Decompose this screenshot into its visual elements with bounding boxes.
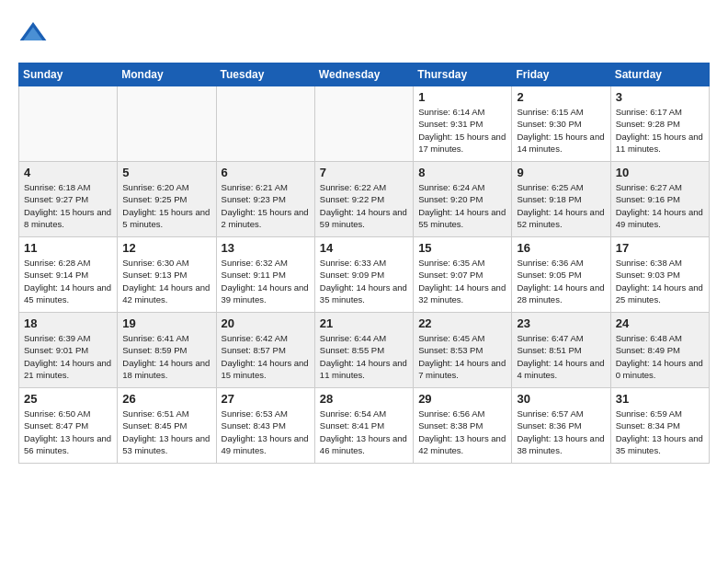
day-info: Sunrise: 6:39 AM Sunset: 9:01 PM Dayligh… (24, 332, 112, 381)
day-number: 4 (24, 166, 112, 179)
day-info: Sunrise: 6:45 AM Sunset: 8:53 PM Dayligh… (418, 332, 506, 381)
calendar-cell: 30Sunrise: 6:57 AM Sunset: 8:36 PM Dayli… (512, 388, 610, 464)
day-number: 14 (320, 241, 408, 255)
day-number: 8 (418, 166, 506, 179)
calendar-cell: 13Sunrise: 6:32 AM Sunset: 9:11 PM Dayli… (216, 237, 314, 313)
day-info: Sunrise: 6:35 AM Sunset: 9:07 PM Dayligh… (418, 257, 506, 305)
calendar-cell: 16Sunrise: 6:36 AM Sunset: 9:05 PM Dayli… (512, 237, 610, 313)
calendar-cell: 15Sunrise: 6:35 AM Sunset: 9:07 PM Dayli… (414, 237, 512, 313)
calendar-cell: 6Sunrise: 6:21 AM Sunset: 9:23 PM Daylig… (216, 162, 314, 237)
day-info: Sunrise: 6:59 AM Sunset: 8:34 PM Dayligh… (616, 408, 704, 456)
calendar-cell: 29Sunrise: 6:56 AM Sunset: 8:38 PM Dayli… (414, 388, 512, 464)
day-info: Sunrise: 6:42 AM Sunset: 8:57 PM Dayligh… (222, 332, 310, 381)
day-info: Sunrise: 6:57 AM Sunset: 8:36 PM Dayligh… (517, 408, 605, 456)
day-number: 20 (222, 316, 310, 330)
day-number: 27 (222, 392, 310, 406)
day-info: Sunrise: 6:18 AM Sunset: 9:27 PM Dayligh… (24, 181, 112, 230)
calendar-week-5: 25Sunrise: 6:50 AM Sunset: 8:47 PM Dayli… (19, 388, 710, 464)
calendar-cell: 25Sunrise: 6:50 AM Sunset: 8:47 PM Dayli… (19, 388, 118, 464)
day-number: 19 (122, 316, 210, 330)
calendar-cell: 11Sunrise: 6:28 AM Sunset: 9:14 PM Dayli… (19, 237, 118, 313)
header-saturday: Saturday (610, 63, 709, 86)
calendar-week-3: 11Sunrise: 6:28 AM Sunset: 9:14 PM Dayli… (19, 237, 710, 313)
calendar-week-1: 1Sunrise: 6:14 AM Sunset: 9:31 PM Daylig… (19, 86, 710, 162)
calendar-cell: 28Sunrise: 6:54 AM Sunset: 8:41 PM Dayli… (314, 388, 413, 464)
day-number: 25 (24, 392, 112, 406)
calendar-cell: 3Sunrise: 6:17 AM Sunset: 9:28 PM Daylig… (610, 86, 709, 162)
day-info: Sunrise: 6:56 AM Sunset: 8:38 PM Dayligh… (418, 408, 506, 456)
day-info: Sunrise: 6:30 AM Sunset: 9:13 PM Dayligh… (122, 257, 210, 305)
day-info: Sunrise: 6:21 AM Sunset: 9:23 PM Dayligh… (222, 181, 310, 230)
calendar-cell: 18Sunrise: 6:39 AM Sunset: 9:01 PM Dayli… (19, 313, 118, 388)
day-number: 11 (24, 241, 112, 255)
day-info: Sunrise: 6:47 AM Sunset: 8:51 PM Dayligh… (517, 332, 605, 381)
day-info: Sunrise: 6:15 AM Sunset: 9:30 PM Dayligh… (517, 106, 605, 155)
page-header (18, 18, 710, 48)
day-info: Sunrise: 6:22 AM Sunset: 9:22 PM Dayligh… (320, 181, 408, 230)
day-info: Sunrise: 6:27 AM Sunset: 9:16 PM Dayligh… (616, 181, 704, 230)
calendar-cell: 20Sunrise: 6:42 AM Sunset: 8:57 PM Dayli… (216, 313, 314, 388)
day-number: 28 (320, 392, 408, 406)
calendar-cell: 27Sunrise: 6:53 AM Sunset: 8:43 PM Dayli… (216, 388, 314, 464)
calendar-cell: 23Sunrise: 6:47 AM Sunset: 8:51 PM Dayli… (512, 313, 610, 388)
day-number: 12 (122, 241, 210, 255)
day-info: Sunrise: 6:14 AM Sunset: 9:31 PM Dayligh… (418, 106, 506, 155)
day-info: Sunrise: 6:25 AM Sunset: 9:18 PM Dayligh… (517, 181, 605, 230)
day-number: 5 (122, 166, 210, 179)
calendar-cell (19, 86, 118, 162)
calendar-cell: 5Sunrise: 6:20 AM Sunset: 9:25 PM Daylig… (118, 162, 216, 237)
calendar-cell: 10Sunrise: 6:27 AM Sunset: 9:16 PM Dayli… (610, 162, 709, 237)
day-number: 24 (616, 316, 704, 330)
calendar-cell: 19Sunrise: 6:41 AM Sunset: 8:59 PM Dayli… (118, 313, 216, 388)
day-info: Sunrise: 6:36 AM Sunset: 9:05 PM Dayligh… (517, 257, 605, 305)
day-number: 31 (616, 392, 704, 406)
calendar-cell: 26Sunrise: 6:51 AM Sunset: 8:45 PM Dayli… (118, 388, 216, 464)
day-number: 21 (320, 316, 408, 330)
day-info: Sunrise: 6:20 AM Sunset: 9:25 PM Dayligh… (122, 181, 210, 230)
header-monday: Monday (118, 63, 216, 86)
calendar-week-4: 18Sunrise: 6:39 AM Sunset: 9:01 PM Dayli… (19, 313, 710, 388)
day-info: Sunrise: 6:48 AM Sunset: 8:49 PM Dayligh… (616, 332, 704, 381)
day-number: 17 (616, 241, 704, 255)
calendar-cell: 31Sunrise: 6:59 AM Sunset: 8:34 PM Dayli… (610, 388, 709, 464)
day-number: 10 (616, 166, 704, 179)
day-info: Sunrise: 6:41 AM Sunset: 8:59 PM Dayligh… (122, 332, 210, 381)
calendar-cell: 1Sunrise: 6:14 AM Sunset: 9:31 PM Daylig… (414, 86, 512, 162)
calendar-cell (216, 86, 314, 162)
header-friday: Friday (512, 63, 610, 86)
day-info: Sunrise: 6:24 AM Sunset: 9:20 PM Dayligh… (418, 181, 506, 230)
day-number: 29 (418, 392, 506, 406)
calendar-cell (314, 86, 413, 162)
calendar-cell: 9Sunrise: 6:25 AM Sunset: 9:18 PM Daylig… (512, 162, 610, 237)
logo (18, 18, 51, 48)
calendar-cell: 12Sunrise: 6:30 AM Sunset: 9:13 PM Dayli… (118, 237, 216, 313)
header-thursday: Thursday (414, 63, 512, 86)
day-number: 1 (418, 90, 506, 104)
day-number: 2 (517, 90, 605, 104)
header-tuesday: Tuesday (216, 63, 314, 86)
day-info: Sunrise: 6:44 AM Sunset: 8:55 PM Dayligh… (320, 332, 408, 381)
calendar-cell: 21Sunrise: 6:44 AM Sunset: 8:55 PM Dayli… (314, 313, 413, 388)
day-number: 13 (222, 241, 310, 255)
day-info: Sunrise: 6:17 AM Sunset: 9:28 PM Dayligh… (616, 106, 704, 155)
day-info: Sunrise: 6:38 AM Sunset: 9:03 PM Dayligh… (616, 257, 704, 305)
calendar-table: SundayMondayTuesdayWednesdayThursdayFrid… (18, 63, 710, 464)
day-number: 30 (517, 392, 605, 406)
day-number: 3 (616, 90, 704, 104)
day-number: 15 (418, 241, 506, 255)
day-number: 18 (24, 316, 112, 330)
calendar-cell: 22Sunrise: 6:45 AM Sunset: 8:53 PM Dayli… (414, 313, 512, 388)
day-info: Sunrise: 6:28 AM Sunset: 9:14 PM Dayligh… (24, 257, 112, 305)
calendar-header-row: SundayMondayTuesdayWednesdayThursdayFrid… (19, 63, 710, 86)
day-number: 9 (517, 166, 605, 179)
day-number: 26 (122, 392, 210, 406)
calendar-cell: 4Sunrise: 6:18 AM Sunset: 9:27 PM Daylig… (19, 162, 118, 237)
calendar-cell: 17Sunrise: 6:38 AM Sunset: 9:03 PM Dayli… (610, 237, 709, 313)
day-number: 16 (517, 241, 605, 255)
calendar-week-2: 4Sunrise: 6:18 AM Sunset: 9:27 PM Daylig… (19, 162, 710, 237)
day-info: Sunrise: 6:53 AM Sunset: 8:43 PM Dayligh… (222, 408, 310, 456)
calendar-cell (118, 86, 216, 162)
day-info: Sunrise: 6:51 AM Sunset: 8:45 PM Dayligh… (122, 408, 210, 456)
calendar-cell: 2Sunrise: 6:15 AM Sunset: 9:30 PM Daylig… (512, 86, 610, 162)
day-info: Sunrise: 6:32 AM Sunset: 9:11 PM Dayligh… (222, 257, 310, 305)
